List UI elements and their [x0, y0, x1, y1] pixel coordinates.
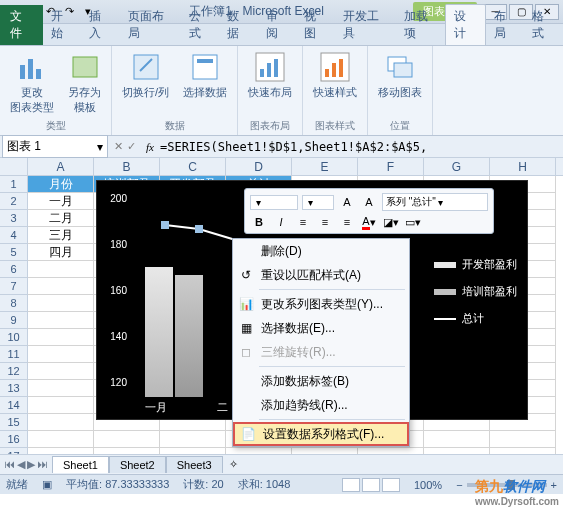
fx-icon[interactable]: fx: [142, 141, 158, 153]
tab-design[interactable]: 设计: [445, 4, 486, 45]
accept-formula-icon[interactable]: ✓: [127, 140, 136, 153]
cell[interactable]: [424, 448, 490, 454]
mini-toolbar[interactable]: ▾ ▾ A A 系列 "总计"▾ B I ≡ ≡ ≡ A▾ ◪▾ ▭▾: [244, 188, 494, 234]
cell[interactable]: [28, 380, 94, 397]
quick-layout-button[interactable]: 快速布局: [244, 49, 296, 102]
cell[interactable]: 二月: [28, 210, 94, 227]
col-header[interactable]: H: [490, 158, 556, 175]
cell[interactable]: [28, 278, 94, 295]
move-chart-button[interactable]: 移动图表: [374, 49, 426, 102]
last-sheet-icon[interactable]: ⏭: [37, 458, 48, 471]
tab-pagelayout[interactable]: 页面布局: [120, 5, 181, 45]
outline-icon[interactable]: ▭▾: [404, 213, 422, 231]
cell[interactable]: 一月: [28, 193, 94, 210]
cell[interactable]: [28, 312, 94, 329]
change-chart-type-button[interactable]: 更改 图表类型: [6, 49, 58, 117]
row-header[interactable]: 10: [0, 329, 28, 346]
tab-data[interactable]: 数据: [219, 5, 258, 45]
font-family-dropdown[interactable]: ▾: [250, 195, 298, 210]
cell[interactable]: [28, 363, 94, 380]
ctx-format-series[interactable]: 📄设置数据系列格式(F)...: [233, 422, 409, 446]
bold-icon[interactable]: B: [250, 213, 268, 231]
ctx-select-data[interactable]: ▦选择数据(E)...: [233, 316, 409, 340]
align-center-icon[interactable]: ≡: [316, 213, 334, 231]
cell[interactable]: [94, 431, 160, 448]
cell[interactable]: [490, 431, 556, 448]
cell[interactable]: [28, 329, 94, 346]
cell[interactable]: [28, 346, 94, 363]
cell[interactable]: 三月: [28, 227, 94, 244]
font-color-icon[interactable]: A▾: [360, 213, 378, 231]
cancel-formula-icon[interactable]: ✕: [114, 140, 123, 153]
row-header[interactable]: 9: [0, 312, 28, 329]
ctx-reset-style[interactable]: ↺重设以匹配样式(A): [233, 263, 409, 287]
sheet-tab-2[interactable]: Sheet2: [109, 456, 166, 473]
select-all-corner[interactable]: [0, 158, 28, 175]
next-sheet-icon[interactable]: ▶: [27, 458, 35, 471]
tab-layout[interactable]: 布局: [486, 5, 525, 45]
sheet-tab-3[interactable]: Sheet3: [166, 456, 223, 473]
row-header[interactable]: 2: [0, 193, 28, 210]
row-header[interactable]: 1: [0, 176, 28, 193]
formula-input[interactable]: =SERIES(Sheet1!$D$1,Sheet1!$A$2:$A$5,: [158, 138, 563, 156]
increase-font-icon[interactable]: A: [338, 193, 356, 211]
ctx-change-type[interactable]: 📊更改系列图表类型(Y)...: [233, 292, 409, 316]
row-header[interactable]: 7: [0, 278, 28, 295]
prev-sheet-icon[interactable]: ◀: [17, 458, 25, 471]
tab-insert[interactable]: 插入: [81, 5, 120, 45]
row-header[interactable]: 4: [0, 227, 28, 244]
align-right-icon[interactable]: ≡: [338, 213, 356, 231]
tab-review[interactable]: 审阅: [258, 5, 297, 45]
tab-format[interactable]: 格式: [524, 5, 563, 45]
tab-developer[interactable]: 开发工具: [335, 5, 396, 45]
italic-icon[interactable]: I: [272, 213, 290, 231]
tab-home[interactable]: 开始: [43, 5, 82, 45]
legend-item[interactable]: 总计: [434, 305, 517, 332]
row-header[interactable]: 11: [0, 346, 28, 363]
cell[interactable]: 月份: [28, 176, 94, 193]
row-header[interactable]: 13: [0, 380, 28, 397]
tab-file[interactable]: 文件: [0, 5, 43, 45]
cell[interactable]: [160, 431, 226, 448]
cell[interactable]: [28, 261, 94, 278]
series-selector[interactable]: 系列 "总计"▾: [382, 193, 488, 211]
col-header[interactable]: G: [424, 158, 490, 175]
chart-legend[interactable]: 开发部盈利 培训部盈利 总计: [434, 251, 517, 332]
cell[interactable]: [94, 448, 160, 454]
col-header[interactable]: A: [28, 158, 94, 175]
ctx-delete[interactable]: 删除(D): [233, 239, 409, 263]
tab-formulas[interactable]: 公式: [181, 5, 220, 45]
cell[interactable]: [160, 448, 226, 454]
cell[interactable]: [292, 448, 358, 454]
save-template-button[interactable]: 另存为 模板: [64, 49, 105, 117]
ctx-add-trendline[interactable]: 添加趋势线(R)...: [233, 393, 409, 417]
pagebreak-view-icon[interactable]: [382, 478, 400, 492]
col-header[interactable]: E: [292, 158, 358, 175]
sheet-tab-1[interactable]: Sheet1: [52, 456, 109, 473]
decrease-font-icon[interactable]: A: [360, 193, 378, 211]
row-header[interactable]: 16: [0, 431, 28, 448]
first-sheet-icon[interactable]: ⏮: [4, 458, 15, 471]
quick-style-button[interactable]: 快速样式: [309, 49, 361, 102]
align-left-icon[interactable]: ≡: [294, 213, 312, 231]
row-header[interactable]: 3: [0, 210, 28, 227]
chevron-down-icon[interactable]: ▾: [97, 140, 103, 154]
cell[interactable]: [226, 448, 292, 454]
select-data-button[interactable]: 选择数据: [179, 49, 231, 102]
normal-view-icon[interactable]: [342, 478, 360, 492]
cell[interactable]: 四月: [28, 244, 94, 261]
col-header[interactable]: C: [160, 158, 226, 175]
tab-addins[interactable]: 加载项: [396, 5, 446, 45]
col-header[interactable]: D: [226, 158, 292, 175]
row-header[interactable]: 8: [0, 295, 28, 312]
cell[interactable]: [424, 431, 490, 448]
name-box[interactable]: 图表 1 ▾: [2, 135, 108, 158]
cell[interactable]: [28, 414, 94, 431]
font-size-dropdown[interactable]: ▾: [302, 195, 334, 210]
row-header[interactable]: 17: [0, 448, 28, 454]
tab-view[interactable]: 视图: [296, 5, 335, 45]
pagelayout-view-icon[interactable]: [362, 478, 380, 492]
zoom-out-icon[interactable]: −: [456, 479, 462, 491]
cell[interactable]: [28, 397, 94, 414]
col-header[interactable]: F: [358, 158, 424, 175]
